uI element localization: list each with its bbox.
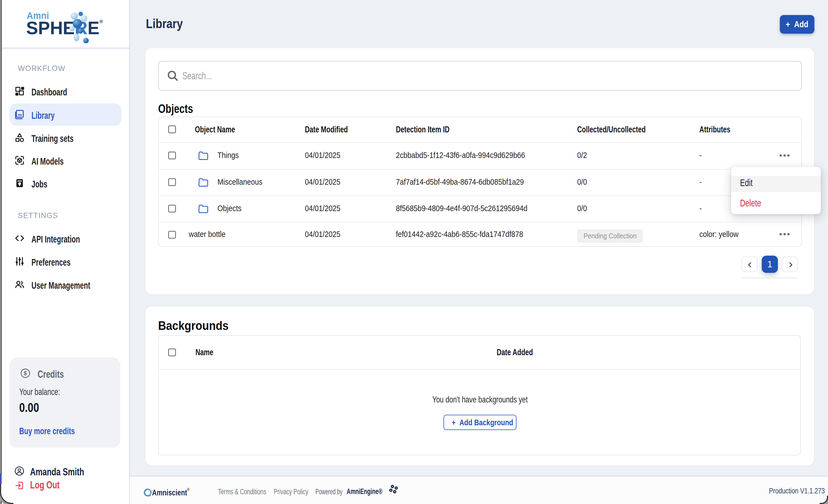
svg-text:$: $ bbox=[24, 370, 27, 376]
